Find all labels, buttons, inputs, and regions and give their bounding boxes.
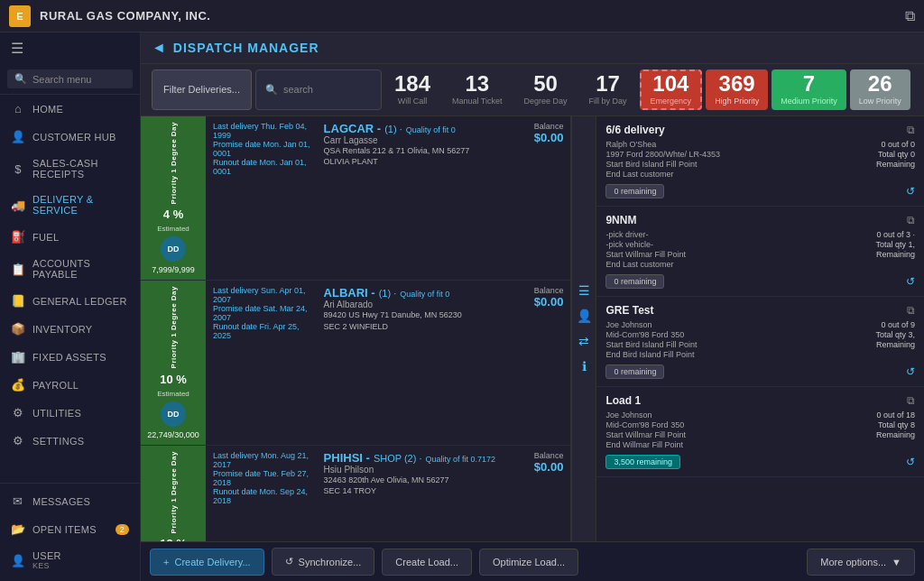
stat-degree-day-label: Degree Day	[524, 97, 568, 106]
delivery-dates: Last delivery Thu. Feb 04, 1999 Promise …	[213, 122, 313, 176]
total-qty-label: Total qty 8	[876, 420, 915, 429]
table-row[interactable]: Priority 1 Degree Day 13 % Estimated DD …	[141, 446, 570, 541]
refresh-icon[interactable]: ↺	[906, 456, 915, 468]
sidebar-item-inventory[interactable]: 📦 INVENTORY	[0, 315, 140, 343]
delivery-addr1: 89420 US Hwy 71 Danube, MN 56230	[324, 309, 523, 321]
sidebar-item-accounts[interactable]: 📋 ACCOUNTS PAYABLE	[0, 251, 140, 287]
search-placeholder: search	[283, 84, 313, 95]
create-delivery-label: Create Delivery...	[174, 557, 250, 567]
table-row[interactable]: Priority 1 Degree Day 10 % Estimated DD …	[141, 281, 570, 445]
sidebar-item-utilities[interactable]: ⚙ UTILITIES	[0, 399, 140, 427]
create-delivery-button[interactable]: + Create Delivery...	[150, 549, 264, 576]
sidebar-item-messages[interactable]: ✉ MESSAGES	[0, 487, 140, 515]
out-of-label: 0 out of 18	[876, 410, 915, 420]
sidebar-item-fuel[interactable]: ⛽ FUEL	[0, 223, 140, 251]
filter-deliveries-button[interactable]: Filter Deliveries...	[152, 69, 252, 110]
more-options-button[interactable]: More options... ▼	[807, 549, 915, 576]
edit-icon[interactable]: ⧉	[907, 214, 915, 226]
sidebar-item-sales[interactable]: $ SALES-CASH RECEIPTS	[0, 151, 140, 187]
edit-icon[interactable]: ⧉	[907, 394, 915, 407]
stat-low-priority[interactable]: 26 Low Priority	[850, 69, 910, 110]
stat-fill-by-day: 17 Fill by Day	[580, 69, 636, 110]
delivery-name: LAGCAR -	[324, 122, 382, 135]
settings-icon: ⚙	[11, 434, 25, 447]
route-details-col1: Joe Johnson Mid-Com'98 Ford 350 Start Bi…	[605, 320, 697, 359]
customer-icon: 👤	[11, 130, 25, 143]
remaining-label: Remaining	[875, 340, 915, 349]
create-load-button[interactable]: Create Load...	[382, 549, 472, 576]
route-header: 6/6 delivery ⧉	[605, 124, 915, 136]
quality-link[interactable]: Quality of fit 0	[400, 290, 449, 299]
sidebar-item-label: UTILITIES	[32, 408, 81, 419]
table-row[interactable]: Priority 1 Degree Day 4 % Estimated DD 7…	[141, 116, 570, 281]
sidebar-item-fixed-assets[interactable]: 🏢 FIXED ASSETS	[0, 343, 140, 371]
refresh-icon[interactable]: ↺	[906, 275, 915, 288]
route-item: Load 1 ⧉ Joe Johnson Mid-Com'98 Ford 350…	[596, 387, 924, 477]
content-area: ◄ DISPATCH MANAGER Filter Deliveries... …	[141, 32, 924, 581]
fixed-assets-icon: 🏢	[11, 350, 25, 364]
stat-low-priority-value: 26	[868, 73, 892, 95]
balance-amount: $0.00	[534, 295, 564, 309]
refresh-icon[interactable]: ↺	[906, 365, 915, 378]
user-info: USER KES	[32, 550, 61, 570]
sidebar-item-label: GENERAL LEDGER	[32, 296, 127, 307]
stat-manual-ticket-label: Manual Ticket	[452, 97, 503, 106]
list-icon[interactable]: ☰	[578, 283, 590, 298]
stat-medium-priority[interactable]: 7 Medium Priority	[772, 69, 846, 110]
out-of-label: 0 out of 0	[876, 140, 915, 149]
total-qty-label: Total qty 1,	[875, 240, 915, 249]
stats-bar: Filter Deliveries... 🔍 search 184 Will C…	[141, 64, 924, 116]
sidebar-item-customer-hub[interactable]: 👤 CUSTOMER HUB	[0, 123, 140, 151]
main-panels: Priority 1 Degree Day 4 % Estimated DD 7…	[141, 116, 924, 541]
remaining-bar: 0 remaining ↺	[605, 184, 915, 198]
optimize-load-label: Optimize Load...	[493, 557, 565, 567]
stat-will-call: 184 Will Call	[385, 69, 439, 110]
delivery-info: Last delivery Thu. Feb 04, 1999 Promise …	[206, 116, 320, 280]
search-icon: 🔍	[14, 73, 27, 85]
sidebar-item-label: MESSAGES	[32, 496, 90, 507]
stat-high-priority[interactable]: 369 High Priority	[706, 69, 768, 110]
dispatch-header: ◄ DISPATCH MANAGER	[141, 32, 924, 64]
route-details-col2: 0 out of 0 Total qty 0 Remaining	[876, 140, 915, 179]
sidebar-item-delivery[interactable]: 🚚 DELIVERY & SERVICE	[0, 187, 140, 223]
balance-amount: $0.00	[534, 460, 564, 474]
person-icon[interactable]: 👤	[577, 309, 592, 323]
sidebar-item-home[interactable]: ⌂ HOME	[0, 95, 140, 123]
transfer-icon[interactable]: ⇄	[578, 334, 589, 348]
search-box[interactable]: 🔍 search	[255, 69, 382, 110]
sidebar-search-input[interactable]: 🔍 Search menu	[7, 69, 133, 88]
quality-link[interactable]: Quality of fit 0	[406, 125, 456, 134]
delivery-name: ALBARI -	[324, 286, 375, 300]
avatar: DD	[161, 236, 186, 262]
info-icon[interactable]: ℹ	[582, 359, 587, 374]
back-button[interactable]: ◄	[152, 40, 166, 56]
out-of-label: 0 out of 9	[875, 320, 915, 329]
external-link-icon[interactable]: ⧉	[905, 8, 915, 24]
hamburger-menu[interactable]: ☰	[0, 32, 140, 64]
app-logo: E	[9, 5, 31, 27]
sidebar-item-open-items[interactable]: 📂 OPEN ITEMS 2	[0, 515, 140, 543]
sidebar-item-label: INVENTORY	[32, 324, 92, 335]
stat-medium-priority-value: 7	[803, 73, 815, 95]
route-header: GRE Test ⧉	[605, 304, 915, 317]
sidebar-item-ledger[interactable]: 📒 GENERAL LEDGER	[0, 287, 140, 315]
remaining-badge-teal: 3,500 remaining	[605, 455, 680, 469]
refresh-icon[interactable]: ↺	[906, 185, 915, 198]
optimize-load-button[interactable]: Optimize Load...	[479, 549, 578, 576]
sidebar-item-settings[interactable]: ⚙ SETTINGS	[0, 427, 140, 455]
priority-bar: Priority 1 Degree Day 4 % Estimated DD 7…	[141, 116, 206, 280]
delivery-dates: Last delivery Sun. Apr 01, 2007 Promise …	[213, 286, 313, 340]
stat-emergency[interactable]: 104 Emergency	[640, 69, 703, 110]
messages-icon: ✉	[11, 494, 25, 508]
route-details-col1: Ralph O'Shea 1997 Ford 2800/Whte/ LR-435…	[605, 140, 720, 179]
synchronize-button[interactable]: ↺ Synchronize...	[272, 548, 375, 576]
edit-icon[interactable]: ⧉	[907, 304, 915, 317]
sidebar-item-payroll[interactable]: 💰 PAYROLL	[0, 371, 140, 399]
sidebar-item-user[interactable]: 👤 USER KES	[0, 543, 140, 577]
quality-link[interactable]: Quality of fit 0.7172	[426, 455, 496, 464]
priority-label: Priority 1 Degree Day	[170, 286, 178, 368]
route-header: 9NNM ⧉	[605, 214, 915, 226]
edit-icon[interactable]: ⧉	[907, 124, 915, 136]
vehicle-label: -pick vehicle-	[605, 240, 686, 249]
priority-sub: Estimated	[157, 225, 189, 233]
